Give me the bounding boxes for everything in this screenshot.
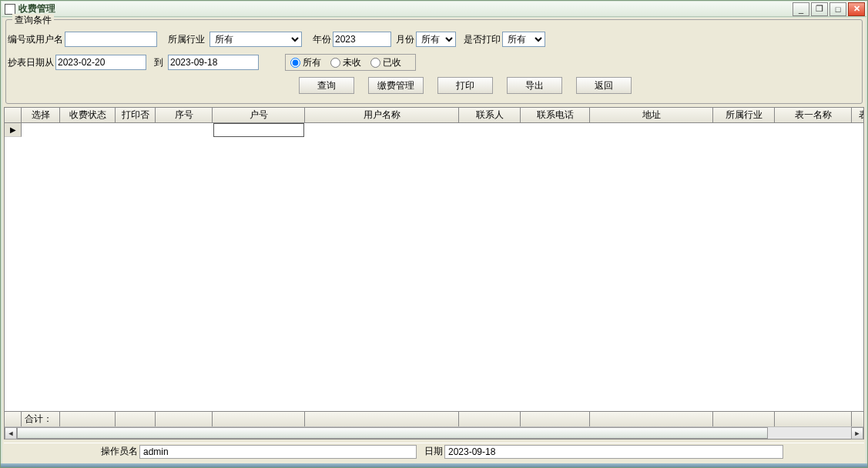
date-from-label: 抄表日期从 [8,56,54,69]
user-field-label: 编号或用户名 [8,33,63,46]
scroll-track[interactable] [17,427,851,439]
query-button[interactable]: 查询 [299,77,354,94]
column-header[interactable]: 用户名称 [305,108,459,123]
footer-cell [713,412,775,426]
year-input[interactable] [333,32,391,47]
query-groupbox: 查询条件 编号或用户名 所属行业 所有 年份 月份 所有 [5,19,863,104]
printed-field-label: 是否打印 [464,33,501,46]
app-window: 收费管理 _ ❐ □ ✕ 查询条件 编号或用户名 所属行业 所有 年 [0,0,868,468]
footer-cell [521,412,590,426]
column-header[interactable]: 表 [852,108,863,123]
paid-status-radio-group: 所有 未收 已收 [285,54,416,71]
operator-value: admin [139,445,417,459]
titlebar: 收费管理 _ ❐ □ ✕ [2,2,866,17]
footer-cell [5,412,22,426]
print-button[interactable]: 打印 [437,77,493,94]
date-value: 2023-09-18 [444,445,783,459]
radio-unpaid-label[interactable]: 未收 [330,56,361,69]
date-label: 日期 [424,445,443,458]
close-button[interactable]: ✕ [848,2,865,16]
radio-unpaid[interactable] [330,58,340,68]
radio-paid-label[interactable]: 已收 [370,56,401,69]
column-header[interactable]: 序号 [156,108,213,123]
grid-footer: 合计： [5,411,863,426]
footer-cell [459,412,521,426]
status-bar: 操作员名 admin 日期 2023-09-18 [4,443,864,460]
footer-cell [590,412,713,426]
footer-cell [60,412,116,426]
grid-header: 选择收费状态打印否序号户号用户名称联系人联系电话地址所属行业表一名称表 [5,108,863,123]
footer-total-label: 合计： [22,412,60,426]
date-to-label: 到 [154,56,163,69]
back-button[interactable]: 返回 [576,77,632,94]
scroll-left-icon[interactable]: ◄ [5,427,17,440]
horizontal-scrollbar[interactable]: ◄ ► [5,426,863,439]
scroll-thumb[interactable] [17,427,768,439]
footer-cell [852,412,863,426]
minimize-button[interactable]: _ [793,2,809,16]
footer-cell [305,412,459,426]
window-bottom-border [1,463,867,467]
row-indicator-icon: ▶ [5,123,22,137]
user-field-input[interactable] [65,32,157,47]
printed-select[interactable]: 所有 [502,32,545,47]
column-header[interactable]: 所属行业 [713,108,775,123]
column-header[interactable] [5,108,22,123]
footer-cell [156,412,213,426]
year-field-label: 年份 [313,33,331,46]
fee-manage-button[interactable]: 缴费管理 [368,77,424,94]
column-header[interactable]: 联系电话 [521,108,590,123]
scroll-right-icon[interactable]: ► [851,427,863,440]
column-header[interactable]: 表一名称 [775,108,852,123]
month-select[interactable]: 所有 [416,32,456,47]
industry-select[interactable]: 所有 [209,32,302,47]
radio-all[interactable] [290,58,300,68]
column-header[interactable]: 地址 [590,108,713,123]
restore-button[interactable]: ❐ [811,2,828,16]
data-grid[interactable]: 选择收费状态打印否序号户号用户名称联系人联系电话地址所属行业表一名称表 ▶ 合计… [4,107,864,440]
column-header[interactable]: 收费状态 [60,108,116,123]
radio-all-label[interactable]: 所有 [290,56,321,69]
operator-label: 操作员名 [101,445,138,458]
client-area: 查询条件 编号或用户名 所属行业 所有 年份 月份 所有 [2,18,866,464]
export-button[interactable]: 导出 [507,77,562,94]
month-field-label: 月份 [396,33,414,46]
date-from-input[interactable] [55,55,146,70]
maximize-button[interactable]: □ [829,2,846,16]
grid-body[interactable]: ▶ [5,123,863,411]
footer-cell [213,412,305,426]
column-header[interactable]: 选择 [22,108,60,123]
industry-field-label: 所属行业 [168,33,205,46]
column-header[interactable]: 打印否 [116,108,156,123]
footer-cell [116,412,156,426]
footer-cell [775,412,852,426]
column-header[interactable]: 户号 [213,108,305,123]
groupbox-label: 查询条件 [12,14,54,27]
column-header[interactable]: 联系人 [459,108,521,123]
radio-paid[interactable] [370,58,380,68]
active-cell[interactable] [213,123,304,137]
system-menu-icon[interactable] [5,4,15,15]
date-to-input[interactable] [168,55,259,70]
